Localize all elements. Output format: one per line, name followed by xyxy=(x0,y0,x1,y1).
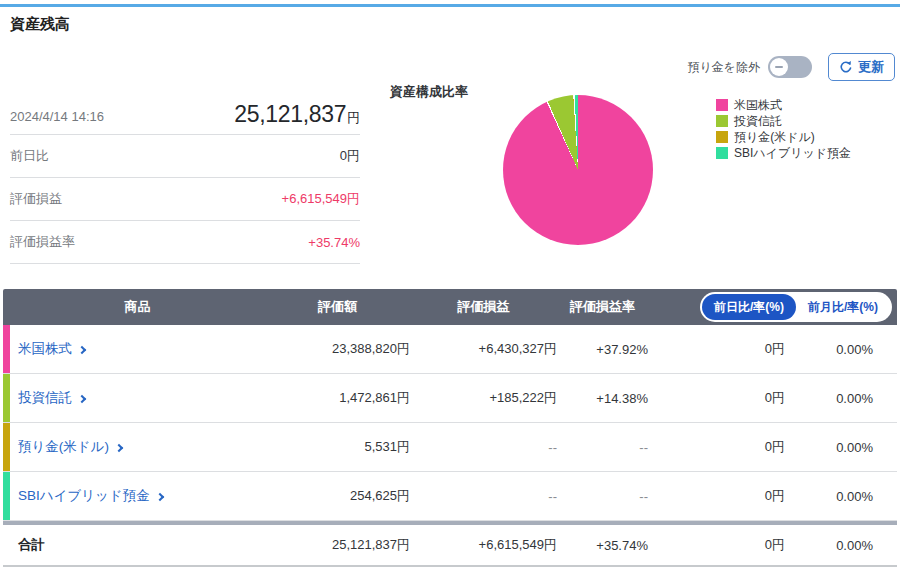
yen-unit: 円 xyxy=(347,110,360,125)
chevron-right-icon xyxy=(115,443,123,451)
product-link[interactable]: SBIハイブリッド預金 xyxy=(10,487,265,505)
chevron-right-icon xyxy=(78,345,86,353)
asset-balance-page: 資産残高 預り金を除外 更新 2024/4/14 14:16 25,121,83… xyxy=(0,0,900,572)
col-header-pl-rate: 評価損益率 xyxy=(557,298,648,316)
table-row-usd-deposit: 預り金(米ドル) 5,531円 -- -- 0円 0.00% xyxy=(3,423,897,472)
legend-swatch xyxy=(716,99,728,111)
summary-row-pl: 評価損益 +6,615,549円 xyxy=(10,178,360,221)
pie-chart xyxy=(503,95,653,245)
summary-panel: 2024/4/14 14:16 25,121,837円 前日比 0円 評価損益 … xyxy=(10,92,360,264)
total-asset-value: 25,121,837円 xyxy=(234,101,360,128)
legend-item: 投資信託 xyxy=(716,113,851,129)
row-color-strip xyxy=(3,472,10,520)
legend-swatch xyxy=(716,147,728,159)
row-color-strip xyxy=(3,374,10,422)
table-row-sbi-hybrid-deposit: SBIハイブリッド預金 254,625円 -- -- 0円 0.00% xyxy=(3,472,897,521)
col-header-product: 商品 xyxy=(10,298,265,316)
product-link[interactable]: 預り金(米ドル) xyxy=(10,438,265,456)
summary-row-pl-rate: 評価損益率 +35.74% xyxy=(10,221,360,264)
top-accent-bar xyxy=(0,4,900,7)
timestamp: 2024/4/14 14:16 xyxy=(10,109,104,128)
legend-swatch xyxy=(716,131,728,143)
asset-table: 商品 評価額 評価損益 評価損益率 前日比/率(%) 前月比/率(%) 米国株式… xyxy=(3,289,897,567)
pie-chart-title: 資産構成比率 xyxy=(390,83,468,101)
exclude-deposit-toggle-label: 預り金を除外 xyxy=(687,59,760,76)
legend-item: SBIハイブリッド預金 xyxy=(716,145,851,161)
toggle-knob xyxy=(770,58,788,76)
col-header-valuation: 評価額 xyxy=(265,298,410,316)
legend-swatch xyxy=(716,115,728,127)
toggle-daily-comparison[interactable]: 前日比/率(%) xyxy=(702,294,796,320)
table-row-total: 合計 25,121,837円 +6,615,549円 +35.74% 0円 0.… xyxy=(3,525,897,567)
header-controls: 預り金を除外 更新 xyxy=(687,53,895,81)
exclude-deposit-toggle-wrap: 預り金を除外 xyxy=(687,56,812,78)
pie-legend: 米国株式 投資信託 預り金(米ドル) SBIハイブリッド預金 xyxy=(716,97,851,161)
period-toggle-group: 前日比/率(%) 前月比/率(%) xyxy=(648,292,897,322)
chevron-right-icon xyxy=(155,492,163,500)
table-header: 商品 評価額 評価損益 評価損益率 前日比/率(%) 前月比/率(%) xyxy=(3,289,897,325)
table-row-mutual-funds: 投資信託 1,472,861円 +185,222円 +14.38% 0円 0.0… xyxy=(3,374,897,423)
minus-icon xyxy=(775,66,783,68)
refresh-button[interactable]: 更新 xyxy=(828,53,895,81)
legend-item: 米国株式 xyxy=(716,97,851,113)
row-color-strip xyxy=(3,423,10,471)
total-label: 合計 xyxy=(10,536,265,554)
summary-row-daily-change: 前日比 0円 xyxy=(10,135,360,178)
table-row-us-stocks: 米国株式 23,388,820円 +6,430,327円 +37.92% 0円 … xyxy=(3,325,897,374)
legend-item: 預り金(米ドル) xyxy=(716,129,851,145)
product-link[interactable]: 米国株式 xyxy=(10,340,265,358)
refresh-icon xyxy=(839,60,853,74)
chevron-right-icon xyxy=(78,394,86,402)
toggle-monthly-comparison[interactable]: 前月比/率(%) xyxy=(796,294,890,320)
col-header-pl: 評価損益 xyxy=(410,298,557,316)
page-title: 資産残高 xyxy=(10,15,70,34)
refresh-label: 更新 xyxy=(858,58,884,76)
product-link[interactable]: 投資信託 xyxy=(10,389,265,407)
summary-head: 2024/4/14 14:16 25,121,837円 xyxy=(10,92,360,135)
row-color-strip xyxy=(3,325,10,373)
exclude-deposit-toggle[interactable] xyxy=(768,56,812,78)
